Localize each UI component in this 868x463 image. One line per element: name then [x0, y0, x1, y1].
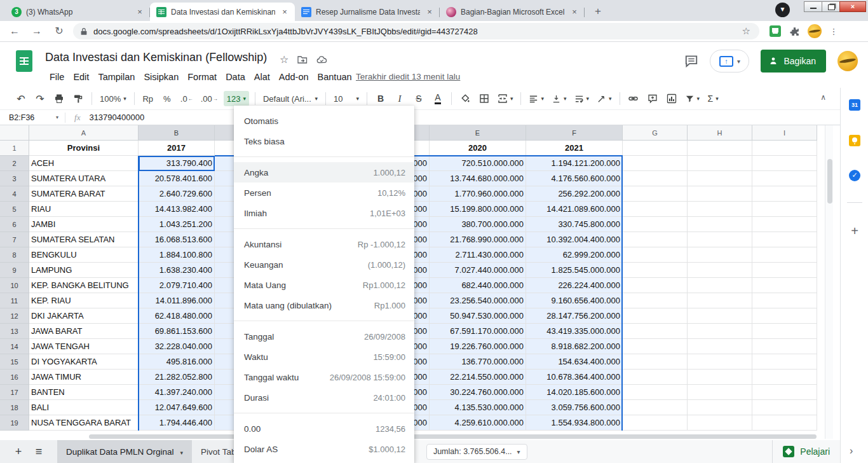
row-header-14[interactable]: 14	[0, 339, 29, 354]
cell-B14[interactable]: 32.228.040.000	[139, 339, 215, 354]
cell-A14[interactable]: JAWA TENGAH	[29, 339, 139, 354]
cell-H1[interactable]	[688, 141, 752, 156]
cell-F19[interactable]: 1.554.934.800.000	[526, 415, 623, 431]
row-header-15[interactable]: 15	[0, 354, 29, 370]
cell-H7[interactable]	[688, 232, 752, 247]
cell-A8[interactable]: BENGKULU	[29, 247, 139, 263]
fill-color-icon[interactable]	[458, 91, 473, 106]
cell-E5[interactable]: 15.199.800.000.000	[430, 202, 526, 217]
window-restore-button[interactable]	[822, 1, 840, 12]
cell-H19[interactable]	[688, 415, 752, 431]
cell-H14[interactable]	[688, 339, 752, 354]
cell-G4[interactable]	[623, 186, 688, 202]
cell-A2[interactable]: ACEH	[29, 156, 139, 171]
vertical-scrollbar[interactable]	[825, 125, 833, 439]
cell-H9[interactable]	[688, 263, 752, 278]
cell-F1[interactable]: 2021	[526, 141, 623, 156]
row-header-10[interactable]: 10	[0, 278, 29, 293]
cell-E12[interactable]: 50.947.530.000.000	[430, 308, 526, 324]
cell-A16[interactable]: JAWA TIMUR	[29, 370, 139, 385]
cell-I15[interactable]	[752, 354, 817, 370]
cell-E6[interactable]: 380.700.000.000	[430, 217, 526, 232]
cell-G19[interactable]	[623, 415, 688, 431]
row-header-17[interactable]: 17	[0, 385, 29, 400]
row-header-2[interactable]: 2	[0, 156, 29, 171]
cell-G1[interactable]	[623, 141, 688, 156]
hide-side-panel-icon[interactable]: ›	[850, 445, 853, 457]
row-header-1[interactable]: 1	[0, 141, 29, 156]
browser-tab[interactable]: Resep Jurnalisme Data Investasi d×	[295, 3, 440, 21]
format-percent-button[interactable]: %	[159, 91, 175, 106]
cell-H17[interactable]	[688, 385, 752, 400]
cell-B1[interactable]: 2017	[139, 141, 215, 156]
menu-sisipkan[interactable]: Sisipkan	[139, 70, 183, 84]
cell-F12[interactable]: 28.147.756.200.000	[526, 308, 623, 324]
cell-G6[interactable]	[623, 217, 688, 232]
cell-B9[interactable]: 1.638.230.400	[139, 263, 215, 278]
cell-I1[interactable]	[752, 141, 817, 156]
cell-A19[interactable]: NUSA TENGGARA BARAT	[29, 415, 139, 431]
cell-H13[interactable]	[688, 324, 752, 339]
print-extension-icon[interactable]	[770, 25, 781, 37]
paint-format-icon[interactable]	[71, 91, 86, 106]
cell-G11[interactable]	[623, 293, 688, 308]
cell-B16[interactable]: 21.282.052.800	[139, 370, 215, 385]
formula-input[interactable]: 313790400000	[89, 113, 144, 122]
cell-G18[interactable]	[623, 400, 688, 415]
cell-H15[interactable]	[688, 354, 752, 370]
cell-E11[interactable]: 23.256.540.000.000	[430, 293, 526, 308]
add-sheet-icon[interactable]: +	[9, 440, 28, 463]
menu-edit[interactable]: Edit	[69, 70, 93, 84]
font-select[interactable]: Default (Ari...	[261, 91, 320, 106]
cell-G14[interactable]	[623, 339, 688, 354]
cell-E13[interactable]: 67.591.170.000.000	[430, 324, 526, 339]
cell-B18[interactable]: 12.047.649.600	[139, 400, 215, 415]
cell-G13[interactable]	[623, 324, 688, 339]
format-menu-item[interactable]: Otomatis	[234, 111, 414, 131]
collapse-toolbar-icon[interactable]: ∧	[820, 93, 826, 102]
undo-icon[interactable]: ↶	[13, 91, 29, 106]
cell-E1[interactable]: 2020	[430, 141, 526, 156]
cell-B6[interactable]: 1.043.251.200	[139, 217, 215, 232]
cell-I12[interactable]	[752, 308, 817, 324]
browser-tab[interactable]: 3(3) WhatsApp×	[5, 3, 150, 21]
tab-close-icon[interactable]: ×	[569, 7, 580, 17]
format-menu-item[interactable]: Dolar AS$1.000,12	[234, 439, 414, 459]
strikethrough-button[interactable]: S	[411, 91, 426, 106]
column-header-E[interactable]: E	[430, 125, 526, 141]
star-document-icon[interactable]: ☆	[280, 53, 288, 66]
extensions-puzzle-icon[interactable]	[789, 26, 800, 37]
row-header-13[interactable]: 13	[0, 324, 29, 339]
cell-F7[interactable]: 10.392.004.400.000	[526, 232, 623, 247]
cell-A1[interactable]: Provinsi	[29, 141, 139, 156]
cell-I13[interactable]	[752, 324, 817, 339]
cell-B5[interactable]: 14.413.982.400	[139, 202, 215, 217]
cell-F3[interactable]: 4.176.560.600.000	[526, 171, 623, 186]
cell-B19[interactable]: 1.794.446.400	[139, 415, 215, 431]
cell-B4[interactable]: 2.640.729.600	[139, 186, 215, 202]
cell-I10[interactable]	[752, 278, 817, 293]
add-addon-icon[interactable]: +	[849, 225, 860, 237]
cell-B12[interactable]: 62.418.480.000	[139, 308, 215, 324]
menu-add-on[interactable]: Add-on	[275, 70, 313, 84]
cell-H12[interactable]	[688, 308, 752, 324]
format-currency-button[interactable]: Rp	[140, 91, 156, 106]
tasks-icon[interactable]: ✓	[849, 170, 860, 181]
column-header-H[interactable]: H	[688, 125, 752, 141]
column-header-I[interactable]: I	[752, 125, 817, 141]
cell-H18[interactable]	[688, 400, 752, 415]
zoom-select[interactable]: 100%	[98, 91, 128, 106]
cell-A7[interactable]: SUMATERA SELATAN	[29, 232, 139, 247]
column-header-F[interactable]: F	[526, 125, 623, 141]
sum-dropdown[interactable]: Jumlah: 3.765.506.4...▾	[426, 444, 527, 460]
cell-F15[interactable]: 154.634.400.000	[526, 354, 623, 370]
bookmark-star-icon[interactable]: ☆	[742, 25, 750, 37]
text-wrap-icon[interactable]	[573, 91, 592, 106]
insert-chart-icon[interactable]	[664, 91, 679, 106]
cell-B2[interactable]: 313.790.400	[139, 156, 215, 171]
cell-B10[interactable]: 2.079.710.400	[139, 278, 215, 293]
menu-data[interactable]: Data	[221, 70, 250, 84]
cell-H11[interactable]	[688, 293, 752, 308]
insert-link-icon[interactable]	[626, 91, 641, 106]
document-title[interactable]: Data Investasi dan Kemiskinan (Fellowshi…	[45, 51, 267, 64]
